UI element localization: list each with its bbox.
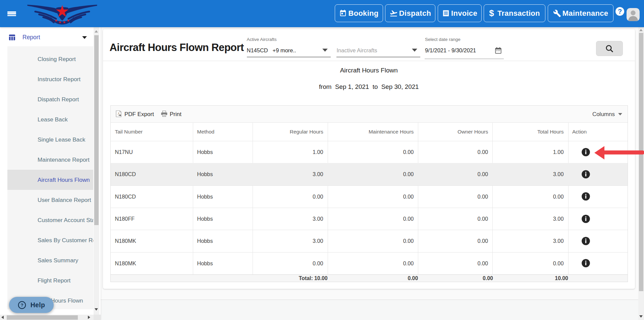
svg-text:?: ?: [21, 303, 23, 308]
